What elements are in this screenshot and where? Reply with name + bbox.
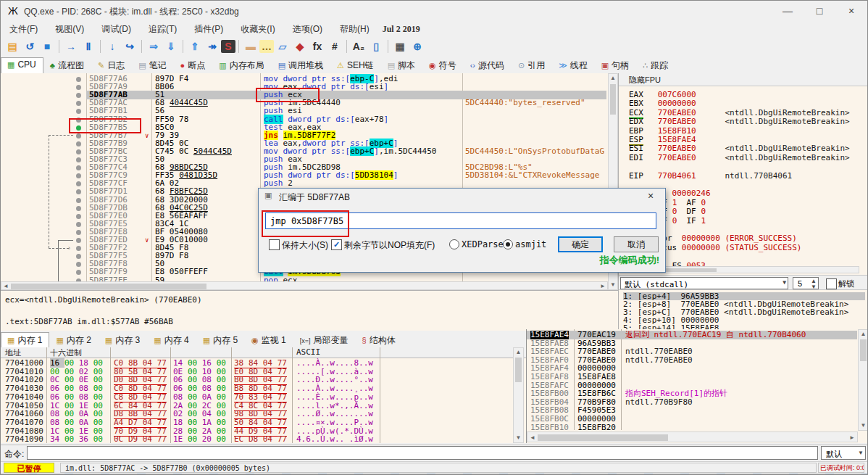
row-dot-icon[interactable] [76,214,81,219]
stack-row[interactable]: 15E8FB0C00000000 [527,415,857,424]
minimize-button[interactable]: — [772,1,804,21]
scylla-icon[interactable]: S [221,40,235,53]
menu-item[interactable]: 调试(D) [93,21,140,38]
row-dot-icon[interactable] [76,109,81,114]
ok-button[interactable]: 确定 [558,236,603,252]
stack-row[interactable]: 15E8FAF400000000 [527,364,857,373]
menu-item[interactable]: 视图(V) [46,21,93,38]
stack-horizontal-scrollbar[interactable]: ◄ ► [527,431,858,442]
register-token: 00000000 (STATUS_SUCCESS) [682,243,802,252]
step-into-icon[interactable]: ↓ [104,38,121,54]
row-dot-icon[interactable] [76,230,81,235]
keep-size-checkbox[interactable] [269,239,280,250]
run-icon[interactable]: → [62,38,80,54]
register-token: 15E8FAE4 [658,135,696,144]
bookmark-icon[interactable]: ◆ [291,38,309,54]
xedparse-radio[interactable] [449,239,459,249]
dialog-close-icon[interactable]: × [642,190,659,203]
menu-item[interactable]: 文件(F) [1,21,46,38]
row-dot-icon[interactable] [76,238,81,243]
row-dot-icon[interactable] [76,133,81,139]
run-to-user-code-icon[interactable]: ↠ [204,38,221,54]
close-button[interactable]: × [835,1,867,21]
stack-vertical-scrollbar[interactable]: ▲ ▼ [858,329,868,431]
row-dot-icon[interactable] [76,149,81,154]
row-dot-icon[interactable] [76,189,81,194]
memory-vertical-scrollbar[interactable]: ▲ ▼ [513,347,524,443]
row-dot-icon[interactable] [76,206,81,211]
stack-view[interactable]: 15E8FAE4770EAC19返回到 ntdll.770EAC19 自 ntd… [526,329,868,443]
row-dot-icon[interactable] [76,165,81,170]
patch-icon[interactable]: ▬ [242,38,259,54]
stack-value: 770EAC19 [577,331,616,339]
register-token: 15E8FB10 [658,126,696,136]
row-dot-icon[interactable] [76,77,81,82]
strings-az-icon[interactable]: A₂ [350,38,367,54]
maximize-button[interactable]: □ [804,1,835,21]
stack-row[interactable]: 15E8FB04770B9F80ntdll.770B9F80 [527,398,857,407]
tab-label: 内存 4 [164,335,189,345]
stack-row[interactable]: 15E8FAE4770EAC19返回到 ntdll.770EAC19 自 ntd… [527,331,857,339]
calculator-icon[interactable]: ▦ [391,38,409,54]
memory-byte: 04 [143,434,157,443]
row-dot-icon[interactable] [76,262,81,267]
struct-icon: § [362,336,367,344]
disasm-row[interactable]: 5D8F77FE59pop ecx [1,276,606,282]
row-dot-icon[interactable] [76,101,81,106]
menu-item[interactable]: 插件(P) [185,21,232,38]
step-over-icon[interactable]: ↪ [121,38,138,54]
disasm-horizontal-scrollbar[interactable]: ◄ ► [1,281,608,290]
step-trace-icon[interactable]: ⇓ [162,38,180,54]
trace-icon: ∴ [643,61,648,70]
execute-till-return-icon[interactable]: ⇑ [186,38,204,54]
row-dot-icon[interactable] [76,222,81,227]
comment-icon[interactable]: … [259,40,274,53]
row-dot-icon[interactable] [76,254,81,259]
row-dot-icon[interactable] [76,85,81,90]
stack-row[interactable]: 15E8FB08F45905E3 [527,406,857,415]
menu-item[interactable]: 选项(O) [284,21,331,38]
hide-fpu-button[interactable]: 隐藏FPU [619,73,868,86]
arg-count-stepper[interactable]: 5 ▲ ▼ [793,277,819,289]
attach-device-icon[interactable]: ▯ [367,38,385,54]
open-file-icon[interactable]: ▤ [4,38,21,54]
tab-label: 内存布局 [230,60,264,70]
menu-item[interactable]: 收藏夹(I) [232,21,283,38]
tab-label: 源代码 [478,60,504,70]
hash-icon[interactable]: # [326,38,343,54]
nop-fill-checkbox[interactable]: ✓ [331,239,342,250]
row-dot-icon[interactable] [76,157,81,162]
stack-row[interactable]: 15E8FAF0770EABE0ntdll.770EABE0 [527,356,857,365]
globe-icon[interactable]: ⊕ [409,38,426,54]
arguments-view[interactable]: 1: [esp+4] 96A59BB32: [esp+8] 770EABE0 <… [619,289,868,331]
function-fx-icon[interactable]: fx [309,38,326,54]
stack-row[interactable]: 15E8FAF815E8FAE8 [527,373,857,381]
menu-item[interactable]: 追踪(T) [140,21,185,38]
row-dot-icon[interactable] [76,141,81,146]
restart-icon[interactable]: ↺ [21,38,38,54]
row-dot-icon[interactable] [76,181,81,186]
row-dot-icon[interactable] [76,198,81,203]
pause-icon[interactable]: Ⅱ [80,38,97,54]
status-bar: 已暂停 im.dll: 5D8F77AC -> 5D8F77B0 (0x0000… [1,461,867,474]
stop-icon[interactable]: ■ [38,38,56,54]
command-input[interactable] [27,446,818,460]
run-trace-icon[interactable]: ⇒ [145,38,162,54]
menu-item[interactable]: 帮助(H) [331,21,378,38]
memory-byte-group: 34 00 36 00 [50,435,103,443]
row-dot-icon[interactable] [76,173,81,178]
label-icon[interactable]: ▱ [274,38,291,54]
row-dot-icon[interactable] [76,270,81,275]
stack-row[interactable]: 15E8FB1015E8FB20 [527,424,857,432]
command-profile-select[interactable]: 默认▼ [821,446,866,460]
unlock-checkbox[interactable] [826,278,837,289]
cancel-button[interactable]: 取消 [614,236,659,252]
row-dot-icon[interactable] [76,246,81,251]
asmjit-radio[interactable] [503,239,513,249]
memory-dump-view[interactable]: 地址 十六进制 ASCII 7704100016 00 18 00C0 8B 0… [1,347,526,443]
toolbar-separator [238,40,239,53]
command-bar: 命令: 默认▼ [1,445,867,461]
row-dot-icon[interactable] [76,93,81,98]
calling-convention-select[interactable]: 默认 (stdcall)▼ [620,277,788,289]
register-token: <ntdll.DbgUiRemoteBreakin> [725,144,849,153]
